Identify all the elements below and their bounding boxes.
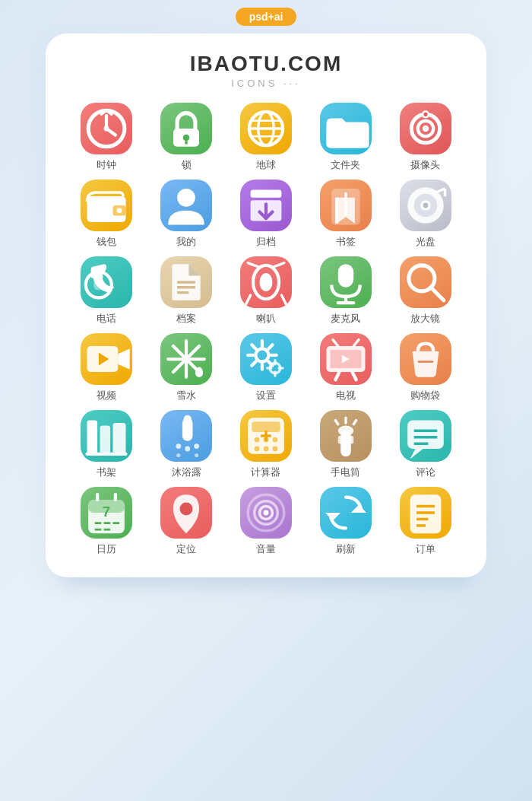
svg-point-54: [183, 356, 190, 363]
icon-label-settings: 设置: [256, 389, 276, 402]
svg-point-73: [185, 447, 190, 452]
svg-line-62: [352, 372, 356, 380]
icon-item-order[interactable]: 订单: [388, 487, 464, 556]
icon-circle-bookshelf: [81, 410, 132, 462]
icon-item-speaker[interactable]: 喇叭: [228, 256, 304, 326]
svg-point-41: [259, 273, 272, 291]
icon-circle-wallet: [81, 180, 132, 231]
icon-circle-my: [160, 180, 212, 231]
icon-item-shower[interactable]: 沐浴露: [148, 410, 224, 479]
svg-point-75: [176, 453, 180, 457]
svg-point-84: [272, 447, 277, 452]
icon-item-phone[interactable]: 电话: [68, 256, 144, 326]
icon-circle-location: [160, 487, 212, 539]
icon-label-camera: 摄像头: [410, 158, 440, 172]
icon-label-magnify: 放大镜: [410, 312, 440, 326]
icon-item-volume[interactable]: 音量: [228, 487, 304, 556]
svg-point-112: [264, 510, 269, 516]
svg-point-76: [195, 453, 198, 457]
svg-point-33: [423, 203, 428, 208]
svg-point-19: [423, 113, 427, 116]
icon-label-phone: 电话: [97, 312, 116, 326]
icon-item-location[interactable]: 定位: [148, 487, 224, 556]
icon-label-refresh: 刷新: [336, 542, 356, 556]
svg-rect-88: [338, 436, 353, 443]
svg-point-72: [176, 443, 182, 449]
icon-label-calendar: 日历: [97, 542, 116, 556]
icon-item-settings[interactable]: 设置: [228, 333, 304, 402]
icon-label-snow: 雪水: [176, 389, 196, 402]
icon-circle-clock: [81, 103, 132, 154]
icon-label-tv: 电视: [336, 389, 356, 402]
icon-item-lock[interactable]: 锁: [148, 103, 224, 172]
icon-item-calc[interactable]: 计算器: [228, 410, 304, 479]
svg-line-63: [333, 340, 338, 347]
icon-item-disc[interactable]: 光盘: [388, 180, 464, 249]
icon-circle-refresh: [320, 487, 372, 539]
icon-circle-comment: [400, 410, 451, 462]
card-subtitle: ICONS ···: [67, 78, 465, 89]
icon-circle-shopbag: [400, 333, 451, 385]
svg-text:7: 7: [103, 504, 110, 520]
svg-rect-66: [87, 421, 98, 454]
svg-point-3: [104, 126, 109, 132]
svg-line-46: [430, 288, 443, 300]
icon-circle-speaker: [240, 256, 292, 308]
icon-item-refresh[interactable]: 刷新: [308, 487, 384, 556]
format-badge: psd+ai: [236, 8, 297, 26]
svg-marker-113: [351, 505, 366, 513]
svg-point-17: [422, 126, 429, 132]
icon-item-torch[interactable]: 手电筒: [308, 410, 384, 479]
icon-item-snow[interactable]: 雪水: [148, 333, 224, 402]
svg-rect-68: [113, 423, 126, 454]
icon-label-my: 我的: [176, 235, 196, 249]
icon-label-video: 视频: [97, 389, 116, 402]
icon-circle-snow: [160, 333, 212, 385]
icon-label-bookmark: 书签: [336, 235, 356, 249]
svg-rect-24: [251, 190, 282, 198]
icon-circle-order: [400, 487, 451, 539]
icon-item-bookmark[interactable]: 书签: [308, 180, 384, 249]
icon-item-tv[interactable]: 电视: [308, 333, 384, 402]
icon-circle-torch: [320, 410, 372, 462]
icon-item-calendar[interactable]: 7 日历: [68, 487, 144, 556]
svg-point-83: [264, 447, 269, 452]
icon-item-wallet[interactable]: 钱包: [68, 180, 144, 249]
icon-circle-volume: [240, 487, 292, 539]
icon-label-volume: 音量: [256, 542, 276, 556]
icon-item-archive[interactable]: 归档: [228, 180, 304, 249]
svg-rect-67: [100, 425, 111, 453]
svg-point-108: [180, 502, 193, 515]
icon-circle-video: [81, 333, 132, 385]
icon-circle-globe: [240, 103, 292, 154]
icon-circle-calc: [240, 410, 292, 462]
icon-item-folder[interactable]: 文件夹: [308, 103, 384, 172]
icon-item-shopbag[interactable]: 购物袋: [388, 333, 464, 402]
icons-grid: 时钟 锁 地球 文件夹 摄像头 钱包 我的: [67, 103, 465, 556]
icon-item-file[interactable]: 档案: [148, 256, 224, 326]
icon-item-camera[interactable]: 摄像头: [388, 103, 464, 172]
icon-label-order: 订单: [416, 542, 435, 556]
icon-label-shower: 沐浴露: [172, 466, 201, 479]
svg-line-34: [435, 189, 445, 192]
icon-label-disc: 光盘: [416, 235, 435, 249]
icon-circle-file: [160, 256, 212, 308]
icon-item-video[interactable]: 视频: [68, 333, 144, 402]
icon-item-bookshelf[interactable]: 书架: [68, 410, 144, 479]
icon-circle-archive: [240, 180, 292, 231]
icon-item-mic[interactable]: 麦克风: [308, 256, 384, 326]
icon-item-my[interactable]: 我的: [148, 180, 224, 249]
icon-circle-magnify: [400, 256, 451, 308]
icon-item-globe[interactable]: 地球: [228, 103, 304, 172]
icon-label-mic: 麦克风: [331, 312, 360, 326]
svg-point-23: [177, 189, 195, 207]
icon-label-globe: 地球: [256, 158, 276, 172]
svg-marker-48: [119, 348, 130, 369]
svg-point-56: [255, 348, 268, 361]
svg-line-92: [353, 421, 356, 424]
icon-item-comment[interactable]: 评论: [388, 410, 464, 479]
icon-item-clock[interactable]: 时钟: [68, 103, 144, 172]
card-title: IBAOTU.COM: [67, 52, 465, 76]
svg-point-74: [194, 443, 199, 449]
icon-item-magnify[interactable]: 放大镜: [388, 256, 464, 326]
